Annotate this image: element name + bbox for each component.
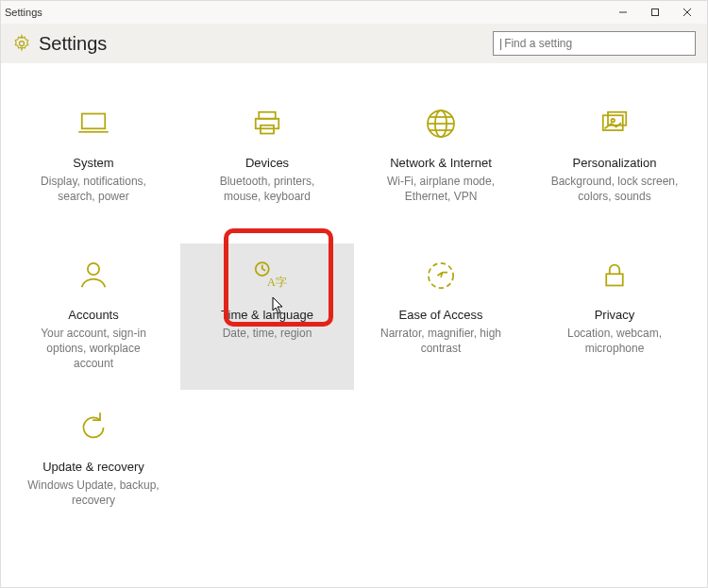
tile-label: Time & language	[221, 308, 313, 322]
tile-desc: Windows Update, backup, recovery	[27, 478, 160, 508]
page-title: Settings	[39, 33, 107, 55]
tile-desc: Date, time, region	[223, 326, 312, 341]
tile-desc: Your account, sign-in options, workplace…	[27, 326, 160, 372]
svg-rect-1	[652, 9, 659, 16]
tile-network[interactable]: Network & Internet Wi-Fi, airplane mode,…	[354, 92, 528, 238]
tile-label: Ease of Access	[399, 308, 483, 322]
tile-label: System	[73, 156, 113, 170]
printer-icon	[244, 101, 290, 146]
settings-window: Settings Settings |	[0, 0, 708, 588]
content: System Display, notifications, search, p…	[1, 63, 707, 587]
gear-icon	[12, 34, 31, 53]
titlebar: Settings	[1, 1, 707, 24]
svg-rect-24	[606, 274, 623, 285]
tile-desc: Background, lock screen, colors, sounds	[548, 174, 681, 204]
picture-icon	[592, 101, 637, 146]
lock-icon	[592, 253, 637, 298]
maximize-button[interactable]	[639, 3, 671, 22]
svg-point-17	[612, 119, 615, 123]
tile-desc: Wi-Fi, airplane mode, Ethernet, VPN	[375, 174, 507, 204]
window-title: Settings	[5, 7, 42, 18]
header: Settings |	[1, 24, 707, 63]
text-cursor: |	[499, 37, 502, 50]
tile-label: Privacy	[595, 308, 635, 322]
minimize-button[interactable]	[607, 3, 639, 22]
search-input[interactable]	[504, 37, 689, 50]
svg-rect-7	[259, 112, 276, 119]
tile-personalization[interactable]: Personalization Background, lock screen,…	[528, 92, 701, 238]
svg-rect-5	[82, 114, 106, 129]
tile-privacy[interactable]: Privacy Location, webcam, microphone	[528, 244, 701, 390]
tile-desc: Location, webcam, microphone	[548, 326, 681, 356]
svg-point-4	[20, 42, 25, 46]
tile-label: Personalization	[573, 156, 657, 170]
tile-system[interactable]: System Display, notifications, search, p…	[7, 92, 180, 238]
tile-update-recovery[interactable]: Update & recovery Windows Update, backup…	[7, 395, 180, 542]
search-box[interactable]: |	[493, 31, 696, 56]
tile-desc: Narrator, magnifier, high contrast	[375, 326, 507, 356]
tile-label: Devices	[245, 156, 289, 170]
globe-icon	[418, 101, 464, 146]
refresh-icon	[71, 405, 116, 450]
tile-label: Update & recovery	[42, 460, 144, 474]
svg-line-21	[262, 269, 266, 271]
tile-ease-of-access[interactable]: Ease of Access Narrator, magnifier, high…	[354, 244, 528, 390]
laptop-icon	[71, 101, 116, 146]
svg-rect-8	[256, 119, 279, 129]
category-grid: System Display, notifications, search, p…	[7, 92, 701, 542]
svg-point-18	[88, 263, 99, 275]
person-icon	[71, 253, 116, 298]
svg-text:A字: A字	[267, 276, 287, 289]
tile-time-language[interactable]: A字 Time & language Date, time, region	[180, 244, 354, 390]
tile-desc: Display, notifications, search, power	[27, 174, 160, 204]
tile-desc: Bluetooth, printers, mouse, keyboard	[201, 174, 333, 204]
close-button[interactable]	[671, 3, 703, 22]
tile-accounts[interactable]: Accounts Your account, sign-in options, …	[7, 244, 180, 390]
tile-label: Accounts	[68, 308, 118, 322]
tile-devices[interactable]: Devices Bluetooth, printers, mouse, keyb…	[180, 92, 354, 238]
tile-label: Network & Internet	[390, 156, 492, 170]
clock-language-icon: A字	[244, 253, 290, 298]
ease-icon	[418, 253, 464, 298]
